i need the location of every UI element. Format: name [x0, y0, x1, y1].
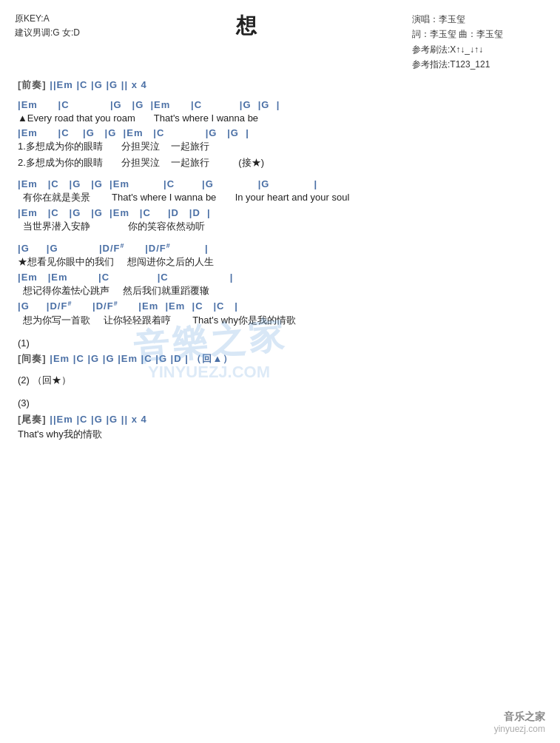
chorus1-chord2: |Em |C |G |G |Em |C |D |D | — [18, 207, 545, 218]
note2-section: (2) （回★） — [15, 373, 545, 389]
footer: 音乐之家 yinyuezj.com — [494, 710, 545, 734]
footer-logo: 音乐之家 — [494, 710, 545, 724]
verse1-lyric3: 2.多想成为你的眼睛 分担哭泣 一起旅行 (接★) — [18, 155, 545, 171]
performer: 演唱：李玉玺 — [412, 12, 545, 27]
header-left: 原KEY:A 建议男调:G 女:D — [15, 12, 80, 40]
finger-pattern: 参考指法:T123_121 — [412, 57, 545, 72]
key-info: 原KEY:A — [15, 12, 80, 26]
chorus1-chord1: |Em |C |G |G |Em |C |G |G | — [18, 178, 545, 189]
strum-pattern: 参考刷法:X↑↓_↓↑↓ — [412, 42, 545, 57]
outro-section: (3) [尾奏] ||Em |C |G |G || x 4 That's why… — [15, 396, 545, 443]
footer-url: yinyuezj.com — [494, 724, 545, 734]
verse1-chord2: |Em |C |G |G |Em |C |G |G | — [18, 127, 545, 138]
chorus1-block: |Em |C |G |G |Em |C |G |G | 有你在就是美景 That… — [15, 178, 545, 235]
interlude-chord: [间奏] |Em |C |G |G |Em |C |G |D | （回▲） — [18, 352, 545, 366]
outro-chord: [尾奏] ||Em |C |G |G || x 4 — [18, 413, 545, 426]
outro-chords: ||Em |C |G |G || x 4 — [50, 414, 146, 425]
star-lyric3: 想为你写一首歌 让你轻轻跟着哼 That's why你是我的情歌 — [18, 313, 545, 329]
outro-lyric: That's why我的情歌 — [18, 427, 545, 443]
suggestion-info: 建议男调:G 女:D — [15, 26, 80, 40]
chorus1-lyric2: 当世界潜入安静 你的笑容依然动听 — [18, 219, 545, 235]
prelude-chords: ||Em |C |G |G || x 4 — [50, 79, 146, 90]
note2-label: (2) （回★） — [18, 373, 545, 389]
star-chord2: |Em |Em |C |C | — [18, 272, 545, 283]
note1-section: (1) [间奏] |Em |C |G |G |Em |C |G |D | （回▲… — [15, 336, 545, 366]
note1-label: (1) — [18, 336, 545, 352]
verse1-chord1: |Em |C |G |G |Em |C |G |G | — [18, 99, 545, 110]
header-right: 演唱：李玉玺 詞：李玉玺 曲：李玉玺 参考刷法:X↑↓_↓↑↓ 参考指法:T12… — [412, 12, 545, 73]
star-lyric2: 想记得你羞怯心跳声 然后我们就重蹈覆辙 — [18, 283, 545, 299]
verse1-block: |Em |C |G |G |Em |C |G |G | ▲Every road … — [15, 99, 545, 171]
interlude-chords: |Em |C |G |G |Em |C |G |D | （回▲） — [50, 353, 233, 364]
verse1-lyric1: ▲Every road that you roam That's where I… — [18, 111, 545, 127]
star-chord1: |G |G |D/F# |D/F# | — [18, 242, 545, 254]
page: 原KEY:A 建议男调:G 女:D 想 演唱：李玉玺 詞：李玉玺 曲：李玉玺 参… — [0, 0, 560, 743]
prelude-section: [前奏] ||Em |C |G |G || x 4 — [15, 78, 545, 92]
prelude-bracket: [前奏] — [18, 79, 47, 90]
star-lyric1: ★想看见你眼中的我们 想闯进你之后的人生 — [18, 255, 545, 270]
interlude-bracket: [间奏] — [18, 353, 47, 364]
note3-label: (3) — [18, 396, 545, 411]
song-title: 想 — [80, 12, 412, 40]
outro-bracket: [尾奏] — [18, 414, 47, 425]
verse1-lyric2: 1.多想成为你的眼睛 分担哭泣 一起旅行 — [18, 139, 545, 155]
header: 原KEY:A 建议男调:G 女:D 想 演唱：李玉玺 詞：李玉玺 曲：李玉玺 参… — [15, 12, 545, 73]
star-section: |G |G |D/F# |D/F# | ★想看见你眼中的我们 想闯进你之后的人生… — [15, 242, 545, 329]
lyricist: 詞：李玉玺 曲：李玉玺 — [412, 27, 545, 41]
chorus1-lyric1: 有你在就是美景 That's where I wanna be In your … — [18, 190, 545, 206]
star-chord3: |G |D/F# |D/F# |Em |Em |C |C | — [18, 300, 545, 312]
prelude-chord-line: [前奏] ||Em |C |G |G || x 4 — [18, 78, 545, 92]
